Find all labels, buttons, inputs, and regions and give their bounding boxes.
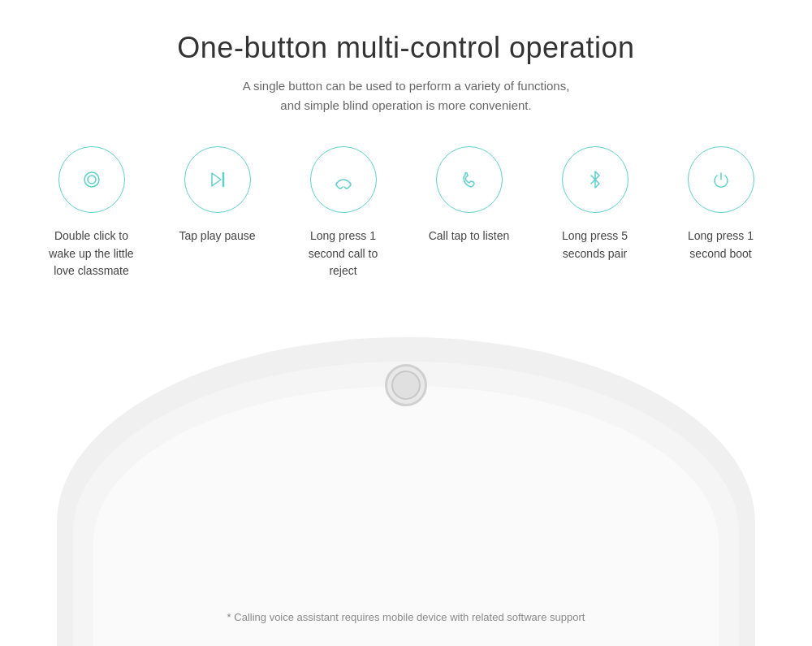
pair-icon-circle	[562, 146, 628, 213]
feature-call-listen: Call tap to listen	[406, 146, 532, 245]
page-title: One-button multi-control operation	[0, 31, 812, 65]
svg-point-1	[88, 176, 96, 184]
bluetooth-icon	[581, 165, 610, 194]
pair-label: Long press 5seconds pair	[562, 228, 628, 262]
camera-icon	[77, 165, 106, 194]
boot-icon-circle	[688, 146, 754, 213]
device-button	[385, 364, 427, 406]
call-listen-icon-circle	[436, 146, 503, 213]
call-listen-label: Call tap to listen	[429, 228, 510, 245]
call-reject-icon-circle	[310, 146, 377, 213]
play-pause-icon	[203, 165, 232, 194]
device-button-inner	[391, 371, 421, 400]
call-reject-label: Long press 1second call toreject	[309, 228, 378, 280]
double-click-label: Double click towake up the littlelove cl…	[49, 228, 133, 280]
boot-label: Long press 1second boot	[688, 228, 754, 262]
power-icon	[706, 165, 736, 194]
phone-reject-icon	[329, 165, 358, 194]
tap-play-icon-circle	[184, 146, 251, 213]
page-wrapper: One-button multi-control operation A sin…	[0, 0, 812, 646]
feature-double-click: Double click towake up the littlelove cl…	[28, 146, 154, 280]
svg-point-0	[84, 172, 99, 187]
feature-tap-play: Tap play pause	[154, 146, 280, 245]
disclaimer-text: * Calling voice assistant requires mobil…	[227, 611, 585, 623]
double-click-icon-circle	[58, 146, 125, 213]
icons-row: Double click towake up the littlelove cl…	[0, 146, 812, 280]
feature-boot: Long press 1second boot	[658, 146, 784, 262]
tap-play-label: Tap play pause	[179, 228, 255, 245]
bottom-section	[0, 305, 812, 646]
feature-call-reject: Long press 1second call toreject	[280, 146, 406, 280]
phone-call-icon	[455, 165, 484, 194]
svg-marker-2	[212, 173, 221, 186]
top-section: One-button multi-control operation A sin…	[0, 0, 812, 280]
feature-pair: Long press 5seconds pair	[532, 146, 658, 262]
subtitle: A single button can be used to perform a…	[0, 76, 812, 115]
